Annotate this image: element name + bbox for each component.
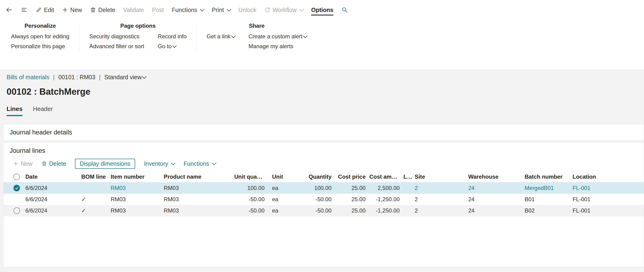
- ribbon-divider: [196, 24, 197, 51]
- chevron-down-icon: [227, 7, 231, 11]
- cell-cost-amount: -1,250.00: [368, 207, 402, 214]
- journal-header-details-section[interactable]: Journal header details: [3, 124, 644, 141]
- breadcrumb-record-id: 00101 : RM03: [58, 74, 96, 81]
- tab-lines[interactable]: Lines: [6, 105, 22, 116]
- security-diagnostics-button[interactable]: Security diagnostics: [89, 33, 144, 40]
- page-title: 00102 : BatchMerge: [6, 87, 644, 97]
- cell-cost-price: 25.00: [334, 196, 368, 203]
- cell-cost-price: 25.00: [334, 185, 368, 191]
- lines-delete-button[interactable]: Delete: [41, 160, 66, 167]
- ribbon-group-title: Personalize: [11, 23, 69, 29]
- cell-batch-number: B02: [523, 207, 571, 214]
- search-button[interactable]: [342, 7, 348, 13]
- cell-unit-quantity: -50.00: [232, 207, 266, 214]
- pencil-icon: [36, 7, 42, 13]
- cell-site: 2: [413, 196, 466, 203]
- column-header-unit-quantity[interactable]: Unit quant…: [232, 173, 266, 180]
- column-header-cost-price[interactable]: Cost price: [334, 173, 368, 180]
- view-selector[interactable]: Standard view: [104, 74, 146, 81]
- column-header-unit[interactable]: Unit: [266, 173, 304, 180]
- column-header-cost-amount[interactable]: Cost amount: [368, 173, 402, 180]
- chevron-down-icon: [200, 7, 204, 11]
- new-button[interactable]: New: [62, 7, 82, 14]
- table-row[interactable]: 6/6/2024 ✓ RM03 RM03 -50.00 ea -50.00 25…: [4, 205, 644, 216]
- column-header-bom-line[interactable]: BOM line: [80, 173, 109, 180]
- delete-button[interactable]: Delete: [90, 7, 115, 14]
- column-header-quantity[interactable]: Quantity: [304, 173, 334, 180]
- options-tab[interactable]: Options: [311, 7, 333, 16]
- cell-location-link[interactable]: FL-001: [571, 185, 644, 191]
- cell-date: 6/6/2024: [24, 185, 80, 191]
- delete-label: Delete: [98, 7, 115, 14]
- print-menu-button[interactable]: Print: [212, 7, 230, 14]
- cell-product-name: RM03: [162, 196, 232, 203]
- ribbon-group-share: Share Get a link Create a custom alert M…: [206, 23, 307, 50]
- table-row[interactable]: 6/6/2024 ✓ RM03 RM03 -50.00 ea -50.00 25…: [4, 194, 644, 205]
- edit-button[interactable]: Edit: [36, 7, 54, 14]
- personalize-this-page-button[interactable]: Personalize this page: [11, 43, 69, 50]
- inventory-menu-button[interactable]: Inventory: [144, 160, 175, 167]
- grid-header-row: Date BOM line Item number Product name U…: [4, 171, 644, 182]
- unlock-button: Unlock: [238, 7, 256, 14]
- options-label: Options: [311, 7, 333, 14]
- cell-batch-number-link[interactable]: MergedB01: [523, 185, 571, 191]
- column-header-item-number[interactable]: Item number: [109, 173, 162, 180]
- cell-bom-line-check: ✓: [80, 196, 109, 203]
- action-pane-toggle[interactable]: [21, 6, 28, 14]
- arrow-left-icon: [6, 6, 13, 14]
- chevron-down-icon: [300, 7, 304, 11]
- chevron-down-icon: [303, 34, 307, 38]
- manage-my-alerts-button[interactable]: Manage my alerts: [248, 43, 307, 50]
- workflow-label: Workflow: [272, 7, 296, 14]
- cell-warehouse: 24: [466, 196, 523, 203]
- ribbon-group-title: Page options: [89, 23, 186, 29]
- functions-menu-button[interactable]: Functions: [172, 7, 204, 14]
- display-dimensions-button[interactable]: Display dimensions: [75, 159, 135, 169]
- cell-quantity: 100.00: [304, 185, 334, 191]
- row-select-circle-icon[interactable]: [14, 207, 20, 214]
- column-header-date[interactable]: Date: [24, 173, 80, 180]
- back-button[interactable]: [6, 6, 13, 14]
- cell-unit-quantity: -50.00: [232, 196, 266, 203]
- row-select-cell[interactable]: [4, 207, 24, 214]
- tab-header[interactable]: Header: [33, 105, 53, 116]
- get-a-link-menu-button[interactable]: Get a link: [206, 33, 235, 40]
- breadcrumb-link-bills-of-materials[interactable]: Bills of materials: [6, 74, 49, 81]
- go-to-menu-button[interactable]: Go to: [158, 43, 187, 50]
- column-header-site[interactable]: Site: [413, 173, 466, 180]
- chevron-down-icon: [142, 74, 146, 79]
- unlock-label: Unlock: [238, 7, 256, 14]
- column-header-product-name[interactable]: Product name: [162, 173, 232, 180]
- always-open-for-editing-button[interactable]: Always open for editing: [11, 33, 69, 40]
- row-selected-check-icon[interactable]: [14, 185, 20, 191]
- cell-product-name: RM03: [162, 185, 232, 191]
- workflow-refresh-icon: [264, 7, 270, 13]
- advanced-filter-or-sort-button[interactable]: Advanced filter or sort: [89, 43, 144, 50]
- chevron-down-icon: [231, 34, 236, 38]
- cell-date: 6/6/2024: [24, 207, 80, 214]
- display-dimensions-label: Display dimensions: [80, 160, 130, 167]
- record-info-button[interactable]: Record info: [158, 33, 187, 40]
- cell-unit: ea: [266, 207, 304, 214]
- lines-functions-label: Functions: [184, 160, 209, 167]
- column-header-batch-number[interactable]: Batch number: [523, 173, 571, 180]
- table-row[interactable]: 6/6/2024 RM03 RM03 100.00 ea 100.00 25.0…: [4, 182, 644, 194]
- validate-button: Validate: [123, 7, 144, 14]
- select-all-circle-icon[interactable]: [14, 173, 20, 180]
- column-header-location[interactable]: Location: [571, 173, 644, 180]
- ribbon-group-title: Share: [206, 23, 307, 29]
- go-to-label: Go to: [158, 43, 172, 50]
- cell-warehouse-link[interactable]: 24: [466, 185, 523, 191]
- cell-bom-line-check: ✓: [80, 207, 109, 214]
- select-all-cell[interactable]: [4, 173, 24, 180]
- cell-unit: ea: [266, 185, 304, 191]
- column-header-warehouse[interactable]: Warehouse: [466, 173, 523, 180]
- cell-unit: ea: [266, 196, 304, 203]
- row-select-cell[interactable]: [4, 185, 24, 191]
- create-custom-alert-menu-button[interactable]: Create a custom alert: [248, 33, 307, 40]
- column-header-l[interactable]: L…: [402, 173, 413, 180]
- ribbon-divider: [79, 24, 80, 51]
- lines-functions-menu-button[interactable]: Functions: [184, 160, 216, 167]
- cell-item-number-link[interactable]: RM03: [109, 185, 162, 191]
- cell-site-link[interactable]: 2: [413, 185, 466, 191]
